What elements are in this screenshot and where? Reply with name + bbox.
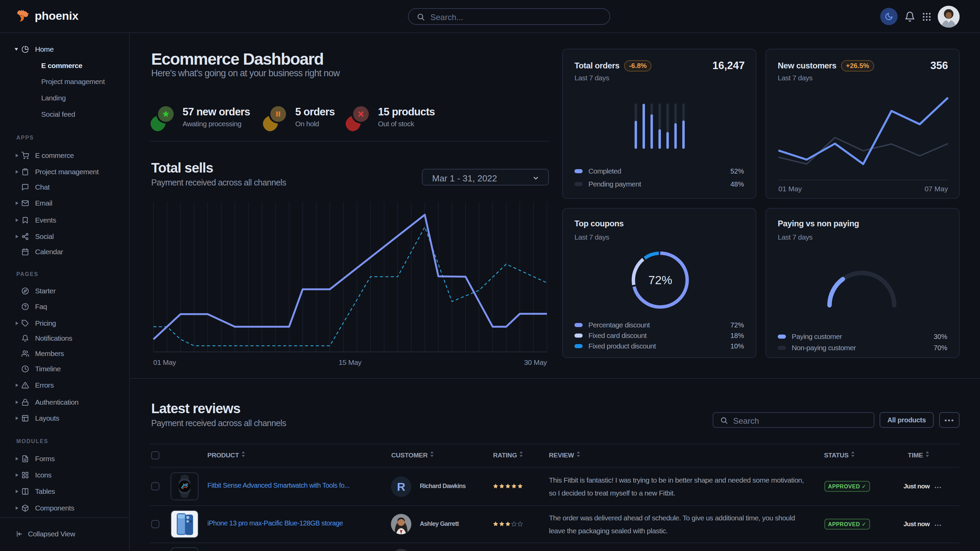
svg-text:01 May: 01 May bbox=[778, 185, 802, 193]
svg-text:15 May: 15 May bbox=[339, 358, 362, 366]
svg-text:01 May: 01 May bbox=[153, 358, 177, 366]
svg-text:30 May: 30 May bbox=[524, 358, 547, 366]
svg-text:07 May: 07 May bbox=[924, 185, 948, 193]
svg-text:1:39: 1:39 bbox=[183, 483, 188, 486]
